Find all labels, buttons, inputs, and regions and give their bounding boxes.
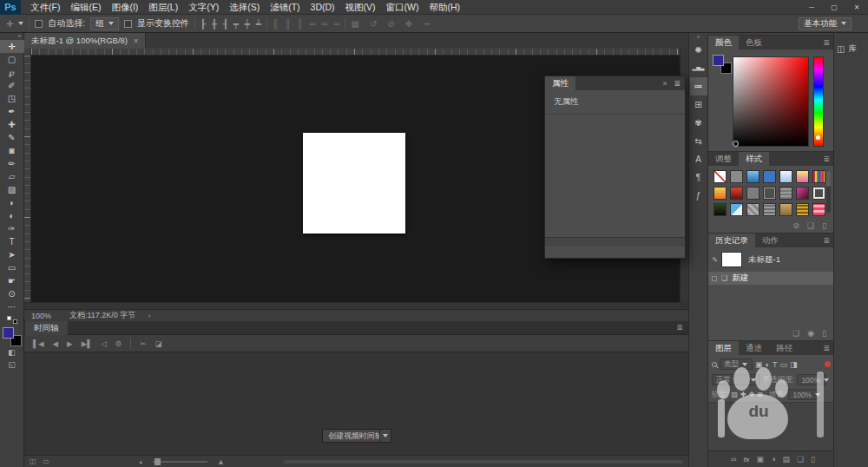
history-brush-source-icon[interactable]: ✎: [708, 256, 721, 264]
pen-tool[interactable]: ✑: [0, 222, 24, 235]
menu-image[interactable]: 图像(I): [106, 0, 143, 15]
filter-toggle-icon[interactable]: [825, 361, 831, 367]
align-top-icon[interactable]: ┯: [233, 19, 239, 29]
new-layer-icon[interactable]: ❏: [797, 455, 804, 464]
menu-window[interactable]: 窗口(W): [381, 0, 424, 15]
distribute-hcenter-icon[interactable]: ║: [285, 19, 291, 29]
opacity-dropdown[interactable]: 100%: [797, 374, 826, 385]
style-swatch[interactable]: [730, 187, 743, 200]
menu-filter[interactable]: 滤镜(T): [265, 0, 305, 15]
history-source-well[interactable]: [712, 276, 717, 281]
style-swatch[interactable]: [796, 203, 809, 216]
properties-panel-header[interactable]: 属性 » ≣: [545, 76, 685, 90]
new-document-from-state-icon[interactable]: ❏: [792, 329, 799, 338]
brush-tool[interactable]: ✎: [0, 131, 24, 144]
tab-styles[interactable]: 样式: [739, 152, 769, 166]
style-swatch[interactable]: [812, 187, 825, 200]
histogram-panel-icon[interactable]: ▂▅▃: [690, 59, 707, 77]
zoom-out-frames-icon[interactable]: ▲: [138, 459, 143, 464]
layer-style-icon[interactable]: fx: [743, 456, 749, 464]
foreground-color-swatch[interactable]: [3, 327, 14, 339]
hue-slider-marker[interactable]: [816, 135, 820, 140]
character-panel-icon[interactable]: A: [690, 150, 707, 168]
timeline-corner-icon-2[interactable]: ▭: [43, 457, 50, 465]
lasso-tool[interactable]: ℘: [0, 66, 24, 79]
rectangular-marquee-tool[interactable]: ▢: [0, 53, 24, 66]
filter-shape-layers-icon[interactable]: ▭: [779, 360, 787, 369]
delete-style-icon[interactable]: ▯: [822, 221, 826, 230]
transition-icon[interactable]: ◪: [155, 339, 162, 348]
tab-swatches[interactable]: 色板: [739, 36, 769, 49]
dodge-tool[interactable]: ◐: [0, 209, 24, 222]
next-frame-icon[interactable]: ▶▌: [82, 339, 93, 348]
zoom-tool[interactable]: ⊙: [0, 287, 24, 300]
brush-presets-panel-icon[interactable]: ✾: [690, 114, 707, 132]
distribute-left-icon[interactable]: ║: [273, 19, 279, 29]
color-panel-icon[interactable]: ≔: [690, 77, 707, 95]
status-expand-icon[interactable]: ›: [148, 312, 150, 320]
style-swatch[interactable]: [796, 170, 809, 183]
history-state-row[interactable]: ❏ 新建: [708, 272, 834, 285]
style-swatch[interactable]: [763, 170, 776, 183]
tab-layers[interactable]: 图层: [708, 341, 739, 355]
tab-timeline[interactable]: 时间轴: [25, 321, 68, 335]
delete-layer-icon[interactable]: ▯: [811, 455, 815, 464]
menu-view[interactable]: 视图(V): [340, 0, 381, 15]
clear-style-icon[interactable]: ⊘: [792, 221, 799, 230]
style-swatch[interactable]: [812, 170, 825, 183]
zoom-in-frames-icon[interactable]: ▲: [217, 457, 225, 466]
menu-help[interactable]: 帮助(H): [424, 0, 466, 15]
tab-history[interactable]: 历史记录: [708, 234, 755, 247]
rotate-3d-icon[interactable]: ↺: [370, 19, 377, 29]
style-swatch[interactable]: [746, 203, 760, 216]
filter-kind-dropdown[interactable]: 类型: [720, 358, 753, 370]
snapshot-thumbnail[interactable]: [721, 252, 742, 267]
clone-stamp-tool[interactable]: ◙: [0, 144, 24, 157]
distribute-vcenter-icon[interactable]: ═: [321, 19, 327, 29]
menu-select[interactable]: 选择(S): [224, 0, 265, 15]
style-swatch[interactable]: [763, 203, 776, 216]
menu-type[interactable]: 文字(Y): [183, 0, 224, 15]
style-swatch[interactable]: [746, 170, 760, 183]
document-tab[interactable]: 未标题-1 @ 100%(RGB/8) ×: [24, 33, 146, 49]
distribute-right-icon[interactable]: ║: [297, 19, 303, 29]
tab-adjustments[interactable]: 调整: [708, 152, 739, 166]
timeline-menu-icon[interactable]: ≣: [676, 323, 683, 332]
drag-3d-icon[interactable]: ✥: [405, 19, 412, 29]
timeline-corner-icon-1[interactable]: ◫: [30, 457, 36, 465]
lock-pixels-icon[interactable]: ✚: [740, 391, 746, 398]
crop-tool[interactable]: ◳: [0, 92, 24, 105]
tab-paths[interactable]: 路径: [769, 341, 799, 355]
navigator-panel-icon[interactable]: ⊞: [690, 95, 707, 114]
new-style-icon[interactable]: ❏: [807, 221, 814, 230]
minimize-button[interactable]: ─: [800, 0, 823, 15]
move-tool[interactable]: ✛: [0, 40, 24, 53]
create-timeline-dropdown[interactable]: [379, 429, 391, 443]
eraser-tool[interactable]: ▱: [0, 170, 24, 183]
default-colors-icon[interactable]: [7, 316, 17, 324]
first-frame-icon[interactable]: ▌◀: [33, 339, 44, 348]
auto-align-icon[interactable]: ▦: [351, 19, 358, 29]
menu-layer[interactable]: 图层(L): [143, 0, 183, 15]
audio-mute-icon[interactable]: ◁: [101, 339, 107, 348]
panel-menu-icon[interactable]: ≣: [674, 76, 681, 90]
panel-menu-icon[interactable]: ≣: [823, 152, 833, 166]
timeline-zoom-slider[interactable]: [153, 461, 207, 463]
style-swatch[interactable]: [713, 203, 727, 216]
style-swatch[interactable]: [779, 187, 792, 200]
type-tool[interactable]: T: [0, 235, 24, 248]
new-snapshot-icon[interactable]: ◉: [807, 329, 814, 338]
document-canvas[interactable]: [303, 133, 405, 234]
style-swatch[interactable]: [730, 170, 743, 183]
color-picker-marker[interactable]: [733, 141, 739, 147]
blend-mode-dropdown[interactable]: 正常: [712, 374, 760, 385]
style-swatch[interactable]: [779, 170, 792, 183]
style-swatch[interactable]: [812, 203, 825, 216]
gradient-tool[interactable]: ▨: [0, 183, 24, 196]
align-vcenter-icon[interactable]: ┿: [245, 19, 250, 29]
collapse-dock-icon[interactable]: «: [689, 33, 708, 41]
hue-slider[interactable]: [813, 56, 824, 147]
lock-all-icon[interactable]: ⊠: [757, 391, 763, 398]
style-swatch[interactable]: [796, 187, 809, 200]
link-layers-icon[interactable]: ∞: [731, 455, 736, 464]
